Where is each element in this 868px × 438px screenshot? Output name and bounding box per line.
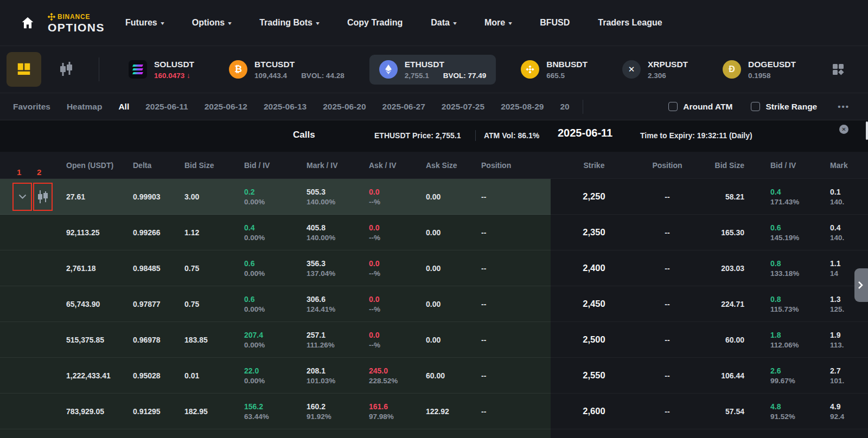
put-bid-size-cell: 106.44 [697,358,754,394]
chevron-down-icon: ▾ [161,20,164,26]
candlestick-icon[interactable] [37,190,49,204]
grid-view-button[interactable] [7,52,41,87]
put-bid-iv-cell[interactable]: 4.891.52% [754,394,814,429]
row-controls-cell [0,215,60,250]
put-bid-iv-cell[interactable]: 1.8112.06% [754,322,814,358]
bid-iv-cell[interactable]: 0.20.00% [238,179,300,215]
annotation-label-1: 1 [17,168,21,177]
col-put-bid-iv[interactable]: Bid / IV [754,152,814,178]
nav-item-options[interactable]: Options▾ [192,18,231,28]
table-row[interactable]: 515,375.85 0.96978 183.85 207.40.00% 257… [0,322,868,358]
more-options-icon[interactable]: ••• [838,102,850,111]
ticker-ethusdt[interactable]: ETHUSDT 2,755.1 BVOL: 77.49 [369,55,496,85]
ticker-solusdt[interactable]: SOLUSDT 160.0473 ↓ [119,55,204,85]
col-put-mark[interactable]: Mark [814,152,868,178]
binance-options-logo[interactable]: BINANCE OPTIONS [48,13,105,33]
ask-iv-cell[interactable]: 0.0--% [362,215,419,250]
tab-favorites[interactable]: Favorites [13,102,50,112]
home-button[interactable] [20,16,36,30]
position-cell: -- [475,394,551,429]
tab-20[interactable]: 20 [560,102,569,112]
tab-2025-08-29[interactable]: 2025-08-29 [501,102,544,112]
eth-price-label: ETHUSDT Price: 2,755.1 [374,131,461,140]
ticker-btcusdt[interactable]: ₿ BTCUSDT 109,443.4 BVOL: 44.28 [219,55,354,85]
ask-iv-cell[interactable]: 0.0--% [362,179,419,215]
tab-2025-06-27[interactable]: 2025-06-27 [382,102,425,112]
col-put-position[interactable]: Position [637,152,697,178]
put-bid-iv-cell[interactable]: 2.699.67% [754,358,814,394]
put-bid-iv-cell[interactable]: 0.6145.19% [754,215,814,250]
expiry-date-label: 2025-06-11 [558,127,612,139]
put-bid-iv-cell[interactable]: 0.8133.18% [754,250,814,286]
tab-2025-06-20[interactable]: 2025-06-20 [323,102,366,112]
put-bid-iv-cell[interactable]: 0.4171.43% [754,179,814,215]
ask-iv-cell[interactable]: 161.697.98% [362,394,419,429]
col-ask-size[interactable]: Ask Size [419,152,475,178]
col-put-bid-size[interactable]: Bid Size [697,152,754,178]
checkbox-icon [668,102,678,111]
chevron-down-icon[interactable] [18,194,27,199]
around-atm-checkbox[interactable]: Around ATM [668,102,732,112]
col-bid-iv[interactable]: Bid / IV [238,152,300,178]
tab-heatmap[interactable]: Heatmap [67,102,102,112]
nav-item-more[interactable]: More▾ [484,18,512,28]
col-position[interactable]: Position [475,152,551,178]
close-icon[interactable]: ✕ [839,125,848,134]
bid-iv-cell[interactable]: 207.40.00% [238,322,300,358]
bid-iv-cell[interactable]: 22.00.00% [238,358,300,394]
bid-size-cell: 0.01 [178,358,238,394]
nav-item-futures[interactable]: Futures▾ [125,18,164,28]
table-row[interactable]: 1,222,433.41 0.95028 0.01 22.00.00% 208.… [0,358,868,394]
bid-iv-cell[interactable]: 156.263.44% [238,394,300,429]
bid-size-cell: 1.12 [178,215,238,250]
strike-range-checkbox[interactable]: Strike Range [751,102,817,112]
col-strike[interactable]: Strike [551,152,637,178]
mark-iv-cell: 505.3140.00% [300,179,362,215]
col-ask-iv[interactable]: Ask / IV [362,152,419,178]
logo-text-bottom: OPTIONS [48,22,105,33]
tab-2025-06-13[interactable]: 2025-06-13 [264,102,307,112]
ask-iv-cell[interactable]: 0.0--% [362,322,419,358]
ask-iv-cell[interactable]: 0.0--% [362,250,419,286]
table-row[interactable]: 783,929.05 0.91295 182.95 156.263.44% 16… [0,394,868,429]
bid-iv-cell[interactable]: 0.60.00% [238,250,300,286]
tab-all[interactable]: All [118,102,129,112]
ask-size-cell: 122.92 [419,394,475,429]
nav-item-copy-trading[interactable]: Copy Trading [347,18,403,28]
put-position-cell: -- [637,215,697,250]
candles-view-button[interactable] [49,52,84,87]
dashboard-grid-button[interactable] [831,62,845,79]
col-mark-iv[interactable]: Mark / IV [300,152,362,178]
ticker-bnbusdt[interactable]: BNBUSDT 665.5 [511,55,597,85]
bid-iv-cell[interactable]: 0.40.00% [238,215,300,250]
ask-iv-cell[interactable]: 245.0228.52% [362,358,419,394]
table-row[interactable]: 92,113.25 0.99266 1.12 0.40.00% 405.8140… [0,215,868,250]
put-position-cell: -- [637,358,697,394]
scrollbar-thumb[interactable] [866,121,868,140]
table-row[interactable]: 65,743.90 0.97877 0.75 0.60.00% 306.6124… [0,286,868,322]
table-row[interactable]: 27.61 0.99903 3.00 0.20.00% 505.3140.00%… [0,179,868,215]
nav-item-traders-league[interactable]: Traders League [598,18,662,28]
position-cell: -- [475,215,551,250]
ask-iv-cell[interactable]: 0.0--% [362,286,419,322]
nav-item-data[interactable]: Data▾ [431,18,456,28]
strike-cell: 2,550 [551,358,637,394]
mark-iv-cell: 208.1101.03% [300,358,362,394]
mark-iv-cell: 257.1111.26% [300,322,362,358]
col-delta[interactable]: Delta [126,152,178,178]
col-bid-size[interactable]: Bid Size [178,152,238,178]
tab-2025-07-25[interactable]: 2025-07-25 [442,102,484,112]
table-row[interactable]: 2,761.18 0.98485 0.75 0.60.00% 356.3137.… [0,250,868,286]
bid-iv-cell[interactable]: 0.60.00% [238,286,300,322]
nav-item-trading-bots[interactable]: Trading Bots▾ [259,18,319,28]
tab-2025-06-12[interactable]: 2025-06-12 [205,102,247,112]
nav-item-bfusd[interactable]: BFUSD [540,18,570,28]
scroll-right-button[interactable] [854,268,868,302]
put-bid-iv-cell[interactable]: 0.8115.73% [754,286,814,322]
tab-2025-06-11[interactable]: 2025-06-11 [145,102,188,112]
row-controls-cell [0,322,60,358]
ticker-xrpusdt[interactable]: ✕ XRPUSDT 2.306 [612,55,698,85]
col-open[interactable]: Open (USDT) [60,152,126,178]
calls-title: Calls [293,130,315,140]
ticker-dogeusdt[interactable]: Ð DOGEUSDT 0.1958 [713,55,806,85]
